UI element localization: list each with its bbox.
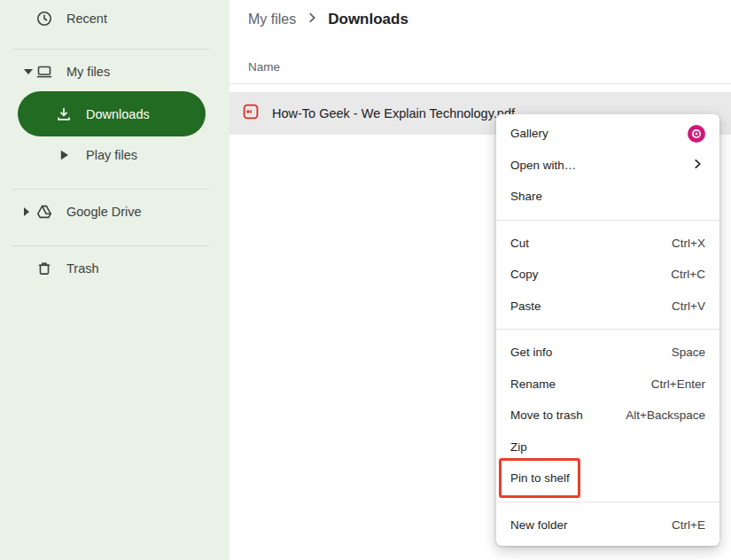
menu-item-label: Pin to shelf [510, 471, 570, 485]
menu-item-label: Share [510, 190, 542, 203]
menu-item-pin-to-shelf[interactable]: Pin to shelf [496, 463, 719, 494]
sidebar-item-google-drive[interactable]: Google Drive [0, 195, 209, 229]
menu-item-get-info[interactable]: Get info Space [496, 337, 719, 369]
menu-item-label: Cut [510, 237, 529, 250]
menu-item-label: Move to trash [510, 408, 583, 422]
menu-item-label: New folder [510, 518, 568, 532]
sidebar-item-downloads-selected[interactable]: Downloads [18, 91, 206, 136]
menu-item-shortcut: Ctrl+C [671, 268, 705, 281]
menu-item-shortcut: Ctrl+E [672, 518, 705, 532]
sidebar-item-label: My files [66, 65, 110, 79]
sidebar-item-label: Trash [66, 261, 99, 276]
menu-divider [496, 220, 719, 221]
sidebar-item-trash[interactable]: Trash [0, 252, 209, 285]
breadcrumb-my-files[interactable]: My files [248, 12, 296, 27]
menu-item-zip[interactable]: Zip [496, 432, 719, 463]
menu-item-shortcut: Ctrl+V [672, 299, 705, 313]
menu-item-label: Rename [510, 377, 556, 391]
breadcrumb-current: Downloads [328, 11, 408, 28]
menu-divider [496, 329, 719, 330]
download-icon [55, 105, 73, 123]
google-drive-icon [35, 203, 53, 221]
gallery-app-icon [688, 125, 705, 143]
menu-divider [496, 502, 719, 502]
sidebar-divider [12, 245, 209, 246]
sidebar-item-label: Downloads [86, 107, 150, 121]
files-app-window: Recent My files Downloads [0, 0, 731, 560]
menu-item-rename[interactable]: Rename Ctrl+Enter [496, 369, 719, 401]
sidebar: Recent My files Downloads [0, 0, 229, 560]
sidebar-item-label: Play files [86, 148, 137, 162]
menu-item-label: Copy [510, 268, 539, 281]
chevron-right-icon [304, 10, 320, 29]
submenu-chevron-icon [689, 156, 705, 175]
clock-icon [35, 10, 53, 27]
pdf-file-icon [242, 103, 260, 124]
menu-item-new-folder[interactable]: New folder Ctrl+E [496, 509, 719, 541]
menu-item-shortcut: Ctrl+Enter [651, 377, 705, 391]
menu-item-paste[interactable]: Paste Ctrl+V [496, 291, 719, 323]
menu-item-move-to-trash[interactable]: Move to trash Alt+Backspace [496, 400, 719, 432]
menu-item-label: Gallery [510, 127, 548, 140]
menu-item-shortcut: Ctrl+X [672, 237, 705, 250]
trash-icon [35, 260, 53, 277]
laptop-icon [35, 63, 53, 81]
chevron-collapsed-icon[interactable] [24, 207, 29, 216]
menu-item-label: Get info [510, 346, 552, 359]
sidebar-item-play-files[interactable]: Play files [0, 138, 209, 172]
menu-item-label: Open with… [510, 159, 576, 172]
menu-item-open-with[interactable]: Open with… [496, 150, 719, 182]
sidebar-item-recent[interactable]: Recent [0, 1, 209, 36]
menu-item-cut[interactable]: Cut Ctrl+X [496, 228, 719, 260]
menu-item-shortcut: Space [672, 346, 705, 359]
menu-item-label: Paste [510, 299, 541, 313]
context-menu: Gallery Open with… Share Cut Ctrl+X [496, 114, 719, 546]
chevron-expand-icon[interactable] [24, 69, 33, 74]
sidebar-divider [12, 49, 209, 50]
menu-item-copy[interactable]: Copy Ctrl+C [496, 259, 719, 291]
sidebar-item-my-files[interactable]: My files [0, 55, 209, 89]
breadcrumb: My files Downloads [248, 7, 408, 32]
column-header-label: Name [248, 60, 280, 74]
sidebar-item-label: Recent [66, 12, 107, 26]
sidebar-item-label: Google Drive [66, 205, 142, 219]
menu-item-share[interactable]: Share [496, 181, 719, 213]
menu-item-gallery[interactable]: Gallery [496, 118, 719, 150]
menu-item-shortcut: Alt+Backspace [626, 408, 705, 422]
menu-item-label: Zip [510, 440, 527, 454]
play-icon [55, 146, 73, 164]
file-name: How-To Geek - We Explain Technology.pdf [272, 106, 515, 121]
column-header-name[interactable]: Name [229, 50, 731, 84]
sidebar-divider [12, 189, 209, 190]
